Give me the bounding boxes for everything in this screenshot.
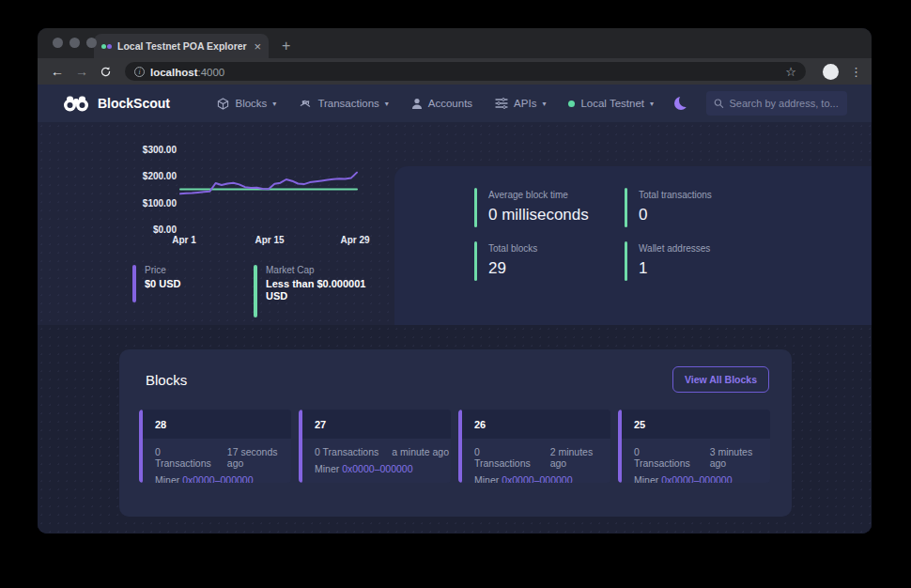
nav-item-transactions[interactable]: Transactions ▾ — [299, 98, 388, 110]
stat-value: 0 milliseconds — [488, 206, 589, 224]
block-tx-count: 0 Transactions — [634, 446, 697, 469]
dashboard-hero: $300.00$200.00$100.00$0.00 Apr 1Apr 15Ap… — [38, 122, 872, 325]
window-controls[interactable] — [53, 38, 97, 48]
reload-icon[interactable] — [100, 66, 112, 78]
x-tick-label: Apr 29 — [340, 235, 369, 245]
miner-address-link[interactable]: 0x0000–000000 — [342, 463, 412, 474]
nav-item-blocks[interactable]: Blocks ▾ — [217, 98, 276, 110]
block-number[interactable]: 27 — [299, 410, 451, 439]
stat-value: 0 — [639, 206, 712, 224]
new-tab-button[interactable]: + — [282, 38, 290, 58]
market-cap-accent-bar — [254, 265, 257, 317]
person-icon — [411, 98, 423, 110]
stat-value: 1 — [639, 259, 710, 278]
browser-window: Local Testnet POA Explorer × + ← → i loc… — [38, 28, 872, 534]
miner-label: Miner — [155, 474, 179, 483]
transactions-icon — [299, 98, 312, 110]
browser-tab[interactable]: Local Testnet POA Explorer × — [94, 34, 269, 58]
block-card[interactable]: 28 0 Transactions 17 seconds ago Miner 0… — [139, 410, 291, 483]
block-number[interactable]: 28 — [139, 410, 291, 439]
block-age: a minute ago — [392, 446, 449, 457]
view-all-blocks-button[interactable]: View All Blocks — [672, 366, 769, 393]
block-card[interactable]: 26 0 Transactions 2 minutes ago Miner 0x… — [458, 410, 610, 483]
url-port: :4000 — [197, 67, 224, 78]
nav-label: Transactions — [317, 98, 378, 109]
y-tick-label: $200.00 — [120, 171, 177, 181]
url-host: localhost — [150, 67, 197, 78]
blocks-section: Blocks View All Blocks 28 0 Transactions… — [119, 349, 792, 517]
stat-accent-bar — [474, 188, 477, 227]
search-input[interactable] — [730, 98, 840, 109]
miner-label: Miner — [634, 474, 658, 483]
miner-address-link[interactable]: 0x0000–000000 — [502, 474, 572, 483]
block-accent-bar — [458, 410, 462, 483]
x-tick-label: Apr 1 — [172, 235, 196, 245]
market-cap-kpi: Market Cap Less than $0.000001 USD — [254, 265, 369, 317]
chevron-down-icon: ▾ — [542, 100, 546, 108]
block-number[interactable]: 25 — [618, 410, 770, 439]
browser-toolbar: ← → i localhost:4000 ☆ ⋮ — [38, 58, 872, 85]
cube-icon — [217, 98, 229, 110]
stat-label: Wallet addresses — [639, 243, 710, 254]
miner-label: Miner — [315, 463, 339, 474]
tab-close-icon[interactable]: × — [254, 39, 261, 54]
stat-accent-bar — [625, 188, 627, 227]
nav-item-apis[interactable]: APIs ▾ — [495, 98, 546, 109]
stat-total-blocks: Total blocks 29 — [474, 241, 537, 281]
block-number[interactable]: 26 — [458, 410, 610, 439]
miner-address-link[interactable]: 0x0000–000000 — [661, 474, 732, 483]
tab-strip: Local Testnet POA Explorer × + — [38, 28, 872, 58]
forward-icon[interactable]: → — [71, 64, 92, 79]
price-label: Price — [145, 265, 181, 275]
y-tick-label: $0.00 — [120, 224, 177, 235]
miner-label: Miner — [474, 474, 499, 483]
nav-item-network-selector[interactable]: Local Testnet ▾ — [568, 98, 654, 109]
favicon-icon — [101, 44, 112, 49]
brand-logo[interactable]: BlockScout — [62, 95, 170, 112]
address-bar[interactable]: i localhost:4000 ☆ — [125, 62, 806, 81]
stat-average-block-time: Average block time 0 milliseconds — [474, 188, 589, 227]
nav-label: Local Testnet — [580, 98, 644, 109]
block-card[interactable]: 25 0 Transactions 3 minutes ago Miner 0x… — [618, 410, 770, 483]
chevron-down-icon: ▾ — [650, 100, 654, 108]
chevron-down-icon: ▾ — [272, 100, 276, 108]
nav-label: Accounts — [428, 98, 472, 109]
profile-avatar[interactable] — [823, 64, 839, 80]
zoom-window-button[interactable] — [86, 38, 97, 48]
x-tick-label: Apr 15 — [255, 235, 284, 245]
search-box[interactable] — [706, 91, 847, 116]
block-card[interactable]: 27 0 Transactions a minute ago Miner 0x0… — [299, 410, 451, 483]
y-tick-label: $300.00 — [120, 145, 177, 155]
stat-value: 29 — [488, 259, 537, 278]
site-info-icon[interactable]: i — [134, 67, 145, 77]
nav-item-accounts[interactable]: Accounts — [411, 98, 472, 110]
block-cards-row: 28 0 Transactions 17 seconds ago Miner 0… — [139, 410, 770, 483]
stat-total-transactions: Total transactions 0 — [625, 188, 712, 227]
block-tx-count: 0 Transactions — [155, 446, 214, 469]
stat-label: Average block time — [488, 190, 589, 200]
dark-mode-moon-icon[interactable] — [674, 97, 687, 110]
miner-address-link[interactable]: 0x0000–000000 — [182, 474, 253, 483]
block-age: 17 seconds ago — [227, 446, 291, 469]
market-cap-label: Market Cap — [266, 265, 369, 275]
network-stats-card: Average block time 0 milliseconds Total … — [394, 166, 872, 325]
bookmark-star-icon[interactable]: ☆ — [785, 65, 796, 79]
stat-label: Total blocks — [488, 243, 537, 254]
minimize-window-button[interactable] — [69, 38, 80, 48]
sliders-icon — [495, 98, 508, 109]
price-line — [180, 173, 357, 194]
brand-name: BlockScout — [98, 96, 170, 111]
close-window-button[interactable] — [53, 38, 63, 48]
search-icon — [714, 98, 724, 109]
block-accent-bar — [299, 410, 302, 483]
browser-menu-icon[interactable]: ⋮ — [850, 65, 862, 79]
binoculars-icon — [62, 95, 90, 112]
price-kpi: Price $0 USD — [132, 265, 181, 302]
back-icon[interactable]: ← — [47, 64, 68, 79]
stat-wallet-addresses: Wallet addresses 1 — [625, 241, 710, 281]
stat-label: Total transactions — [639, 190, 712, 200]
site-navbar: BlockScout Blocks ▾ Transactions ▾ — [38, 85, 872, 122]
stat-accent-bar — [625, 241, 627, 281]
block-tx-count: 0 Transactions — [315, 446, 378, 457]
block-accent-bar — [618, 410, 622, 483]
